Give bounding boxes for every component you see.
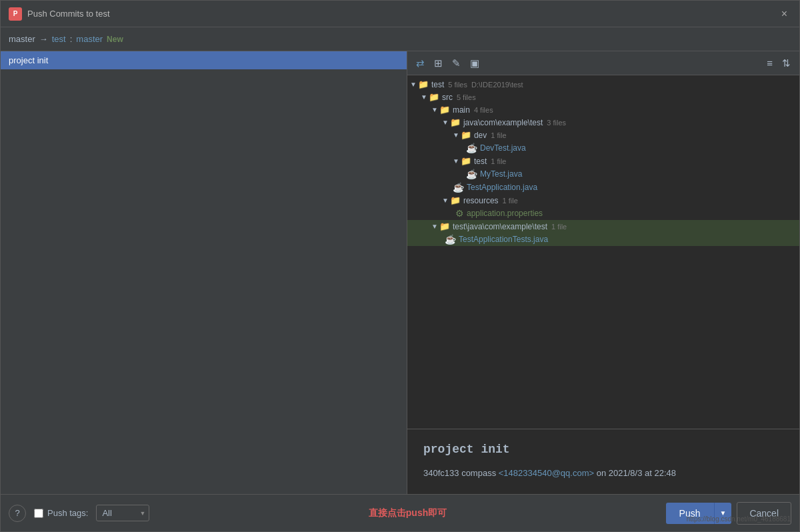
- help-button[interactable]: ?: [9, 505, 26, 522]
- folder-icon: 📁: [439, 105, 450, 115]
- tree-row[interactable]: ▼ 📁 resources 1 file: [407, 194, 799, 207]
- java-file-icon: ☕: [466, 143, 477, 153]
- expand-arrow: ▼: [453, 131, 459, 139]
- app-icon: P: [9, 7, 22, 21]
- tree-node-label[interactable]: DevTest.java: [480, 143, 526, 153]
- right-toolbar: ⇄ ⊞ ✎ ▣ ≡ ⇅: [407, 51, 799, 75]
- commit-item[interactable]: project init: [1, 51, 407, 69]
- toolbar-left: ⇄ ⊞ ✎ ▣: [413, 55, 483, 71]
- expand-arrow: ▼: [431, 223, 438, 230]
- toolbar-terminal-button[interactable]: ▣: [467, 55, 483, 71]
- push-tags-label: Push tags:: [34, 508, 88, 518]
- push-button-group: Push ▼: [666, 503, 732, 524]
- right-panel: ⇄ ⊞ ✎ ▣ ≡ ⇅ ▼ 📁 test 5 files D:: [407, 51, 799, 494]
- commit-author-name: compass: [461, 468, 496, 478]
- tree-node-label: dev: [474, 131, 487, 140]
- folder-icon: 📁: [450, 195, 461, 205]
- tree-node-label: java\com\example\test: [463, 118, 543, 127]
- expand-arrow: ▼: [453, 157, 459, 165]
- target-branch[interactable]: master: [76, 34, 103, 44]
- tree-node-label: main: [453, 105, 470, 115]
- tree-row[interactable]: ▼ 📁 test 1 file: [407, 155, 799, 167]
- title-bar-left: P Push Commits to test: [9, 7, 110, 21]
- toolbar-right: ≡ ⇅: [763, 55, 794, 71]
- commits-panel: project init: [1, 51, 407, 494]
- tree-row[interactable]: ☕ MyTest.java: [407, 167, 799, 181]
- tree-node-meta: 3 files: [547, 119, 566, 127]
- bottom-right: Push ▼ Cancel: [666, 502, 791, 525]
- push-button[interactable]: Push: [666, 503, 714, 524]
- tree-node-meta: 5 files: [457, 93, 476, 101]
- watermark-text: 直接点击push即可: [369, 507, 447, 519]
- tree-node-meta: 5 files: [448, 81, 467, 89]
- tree-node-label: resources: [463, 196, 499, 205]
- tree-row[interactable]: ☕ TestApplication.java: [407, 181, 799, 194]
- java-file-icon: ☕: [445, 234, 456, 245]
- properties-file-icon: ⚙: [455, 208, 464, 219]
- tree-row[interactable]: ▼ 📁 dev 1 file: [407, 129, 799, 141]
- tree-node-meta: 1 file: [491, 131, 506, 139]
- branch-arrow: →: [39, 34, 48, 44]
- java-file-icon: ☕: [453, 182, 464, 193]
- tree-node-label: test\java\com\example\test: [453, 222, 547, 231]
- tree-row[interactable]: ▼ 📁 java\com\example\test 3 files: [407, 116, 799, 129]
- tree-node-label: test: [431, 80, 444, 89]
- tags-select-wrapper: All None: [96, 505, 149, 521]
- push-tags-text: Push tags:: [47, 508, 88, 518]
- commit-email[interactable]: <1482334540@qq.com>: [499, 468, 594, 478]
- tags-select[interactable]: All None: [96, 505, 149, 521]
- toolbar-edit-button[interactable]: ✎: [449, 55, 464, 71]
- branch-bar: master → test : master New: [1, 27, 799, 51]
- expand-arrow: ▼: [410, 81, 417, 88]
- push-commits-dialog: P Push Commits to test × master → test :…: [0, 0, 800, 532]
- expand-arrow: ▼: [431, 106, 438, 113]
- tree-node-label[interactable]: application.properties: [467, 209, 543, 218]
- tree-node-label[interactable]: TestApplicationTests.java: [459, 235, 548, 244]
- new-badge: New: [107, 35, 123, 44]
- main-content: project init ⇄ ⊞ ✎ ▣ ≡ ⇅: [1, 51, 799, 494]
- tree-row[interactable]: ▼ 📁 test\java\com\example\test 1 file: [407, 220, 799, 233]
- close-button[interactable]: ×: [777, 7, 791, 21]
- commit-date: on 2021/8/3 at 22:48: [597, 468, 676, 478]
- expand-arrow: ▼: [442, 119, 449, 126]
- tree-row[interactable]: ☕ TestApplicationTests.java: [407, 233, 799, 246]
- remote-name[interactable]: test: [52, 34, 66, 44]
- tree-node-meta: 1 file: [491, 157, 506, 165]
- toolbar-expand-all-button[interactable]: ≡: [763, 55, 776, 71]
- push-tags-checkbox[interactable]: [34, 509, 43, 518]
- tree-row[interactable]: ▼ 📁 test 5 files D:\IDE2019\test: [407, 78, 799, 91]
- tree-row[interactable]: ⚙ application.properties: [407, 207, 799, 220]
- bottom-bar: ? Push tags: All None 直接点击push即可 Push ▼ …: [1, 494, 799, 531]
- folder-icon: 📁: [450, 117, 461, 127]
- source-branch: master: [9, 34, 35, 44]
- expand-arrow: ▼: [421, 93, 427, 101]
- commit-meta: 340fc133 compass <1482334540@qq.com> on …: [423, 467, 783, 481]
- toolbar-pin-button[interactable]: ⇄: [413, 55, 428, 71]
- tree-node-meta: 1 file: [551, 223, 567, 231]
- tree-node-path: D:\IDE2019\test: [471, 81, 523, 89]
- expand-arrow: ▼: [442, 197, 449, 204]
- tree-node-label: src: [442, 93, 453, 102]
- tree-node-label[interactable]: TestApplication.java: [467, 183, 537, 192]
- toolbar-grid-button[interactable]: ⊞: [431, 55, 446, 71]
- tree-node-label: test: [474, 157, 487, 166]
- commit-hash: 340fc133: [423, 468, 459, 478]
- commit-details: project init 340fc133 compass <148233454…: [407, 429, 799, 494]
- tree-node-meta: 1 file: [503, 197, 518, 205]
- folder-icon: 📁: [429, 92, 439, 102]
- tree-row[interactable]: ☕ DevTest.java: [407, 141, 799, 155]
- title-bar: P Push Commits to test ×: [1, 1, 799, 27]
- tree-row[interactable]: ▼ 📁 src 5 files: [407, 91, 799, 103]
- folder-icon: 📁: [461, 130, 471, 140]
- bottom-left: ? Push tags: All None: [9, 505, 149, 522]
- tree-node-meta: 4 files: [474, 106, 493, 114]
- cancel-button[interactable]: Cancel: [737, 502, 791, 525]
- tree-row[interactable]: ▼ 📁 main 4 files: [407, 103, 799, 116]
- folder-icon: 📁: [461, 156, 471, 166]
- branch-colon: :: [70, 34, 73, 44]
- push-dropdown-button[interactable]: ▼: [714, 503, 732, 524]
- toolbar-collapse-all-button[interactable]: ⇅: [779, 55, 794, 71]
- commit-title: project init: [423, 443, 783, 456]
- tree-node-label[interactable]: MyTest.java: [480, 169, 522, 179]
- java-file-icon: ☕: [466, 169, 477, 179]
